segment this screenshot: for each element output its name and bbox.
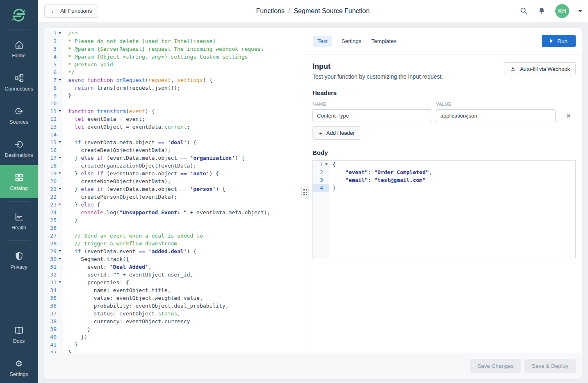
- sidebar-item-label: Settings: [9, 372, 28, 377]
- search-icon[interactable]: [520, 7, 528, 15]
- save-changes-button[interactable]: Save Changes: [470, 359, 521, 373]
- save-and-deploy-button[interactable]: Save & Deploy: [524, 359, 576, 373]
- fold-arrow-icon[interactable]: [59, 110, 61, 112]
- code-line[interactable]: }: [68, 341, 305, 349]
- fold-arrow-icon[interactable]: [59, 281, 61, 283]
- code-line[interactable]: }: [68, 349, 305, 353]
- code-line[interactable]: }: [68, 92, 305, 100]
- add-header-label: Add Header: [326, 130, 355, 136]
- code-line[interactable]: } else if (eventData.meta.object == 'org…: [68, 154, 305, 162]
- fold-arrow-icon[interactable]: [325, 163, 328, 165]
- code-line[interactable]: let eventObject = eventData.current;: [68, 123, 305, 131]
- fold-arrow-icon[interactable]: [59, 32, 61, 34]
- code-line[interactable]: "email": "test@gmail.com": [333, 176, 575, 184]
- body-json-editor[interactable]: 1234{ "event": "Order Completed", "email…: [312, 160, 576, 258]
- fold-arrow-icon[interactable]: [59, 157, 61, 159]
- sidebar-item-health[interactable]: Health: [0, 204, 38, 238]
- notifications-bell-icon[interactable]: [537, 7, 546, 16]
- code-line[interactable]: function transform(event) {: [68, 107, 305, 115]
- tab-templates[interactable]: Templates: [371, 36, 397, 47]
- sidebar-divider: [7, 240, 30, 241]
- code-line[interactable]: * @param {ServerRequest} request The inc…: [68, 45, 305, 53]
- code-line[interactable]: [68, 224, 305, 232]
- add-header-button[interactable]: + Add Header: [312, 126, 361, 140]
- account-menu-caret-icon[interactable]: [578, 10, 582, 12]
- code-line[interactable]: Segment.track({: [68, 255, 305, 263]
- code-line[interactable]: if (eventData.meta.object == 'deal') {: [68, 138, 305, 146]
- editor-code-area[interactable]: { "event": "Order Completed", "email": "…: [329, 161, 575, 258]
- code-line[interactable]: async function onRequest(request, settin…: [68, 76, 305, 84]
- code-line[interactable]: * Please do not delete [used for Intelli…: [68, 37, 305, 45]
- sidebar-item-sources[interactable]: Sources: [0, 99, 38, 132]
- code-line[interactable]: * @return void: [68, 61, 305, 68]
- tab-test[interactable]: Test: [313, 36, 332, 47]
- sidebar: HomeConnectionsSourcesDestinationsCatalo…: [0, 0, 38, 383]
- all-functions-back-button[interactable]: ← All Functions: [44, 4, 98, 18]
- sidebar-item-destinations[interactable]: Destinations: [0, 132, 38, 165]
- fold-arrow-icon[interactable]: [59, 79, 61, 81]
- breadcrumb-functions[interactable]: Functions: [256, 7, 285, 15]
- code-line[interactable]: currency: eventObject.currency: [68, 317, 305, 325]
- panel-resize-handle[interactable]: [301, 186, 309, 198]
- code-line[interactable]: probability: eventObject.deal_probabilit…: [68, 302, 305, 310]
- line-number: 1: [44, 29, 63, 37]
- code-line[interactable]: }: [68, 216, 305, 224]
- segment-logo-icon[interactable]: [0, 0, 38, 26]
- code-line[interactable]: createOrganizationObject(eventData);: [68, 162, 305, 170]
- header-name-input[interactable]: [312, 109, 432, 122]
- fold-arrow-icon[interactable]: [59, 204, 61, 205]
- code-line[interactable]: /**: [68, 29, 305, 37]
- code-line[interactable]: createDealObject(eventData);: [68, 146, 305, 154]
- code-line[interactable]: }): [68, 333, 305, 341]
- code-line[interactable]: // Send an event when a deal is added to: [68, 232, 305, 240]
- code-line[interactable]: return transform(request.json());: [68, 84, 305, 92]
- code-line[interactable]: * @param {Object.<string, any>} settings…: [68, 53, 305, 61]
- code-line[interactable]: } else if (eventData.meta.object == 'per…: [68, 185, 305, 193]
- autofill-via-webhook-button[interactable]: Auto-fill via Webhook: [504, 62, 576, 75]
- tab-settings[interactable]: Settings: [342, 36, 362, 47]
- code-line[interactable]: if (eventData.event == 'added.deal') {: [68, 247, 305, 255]
- top-bar-actions: KH: [520, 4, 582, 18]
- health-icon: [14, 211, 24, 222]
- code-line[interactable]: } else {: [68, 201, 305, 208]
- code-line[interactable]: name: eventObject.title,: [68, 286, 305, 294]
- code-line[interactable]: properties: {: [68, 279, 305, 286]
- code-line[interactable]: [68, 131, 305, 138]
- code-line[interactable]: */: [68, 68, 305, 76]
- user-avatar[interactable]: KH: [555, 4, 569, 18]
- fold-arrow-icon[interactable]: [59, 250, 61, 252]
- code-line[interactable]: }: [333, 184, 575, 192]
- sidebar-item-catalog[interactable]: Catalog: [0, 165, 38, 198]
- remove-header-icon[interactable]: ×: [566, 112, 571, 120]
- code-line[interactable]: "event": "Order Completed",: [333, 168, 575, 176]
- autofill-button-label: Auto-fill via Webhook: [520, 66, 570, 72]
- editor-code-area[interactable]: /*** Please do not delete [used for Inte…: [63, 29, 305, 353]
- line-number: 41: [44, 341, 63, 349]
- code-line[interactable]: [68, 100, 305, 107]
- fold-arrow-icon[interactable]: [59, 172, 61, 174]
- header-value-input[interactable]: [436, 109, 556, 122]
- sidebar-item-connections[interactable]: Connections: [0, 66, 38, 99]
- fold-arrow-icon[interactable]: [59, 258, 61, 260]
- fold-arrow-icon[interactable]: [59, 141, 61, 143]
- sidebar-item-docs[interactable]: Docs: [0, 318, 38, 351]
- sidebar-item-settings[interactable]: ⚙Settings: [0, 351, 38, 383]
- code-line[interactable]: status: eventObject.status,: [68, 310, 305, 317]
- sidebar-item-privacy[interactable]: Privacy: [0, 244, 38, 277]
- code-line[interactable]: } else if (eventData.meta.object == 'not…: [68, 170, 305, 177]
- code-editor[interactable]: 1234567891011121314151617181920212223242…: [44, 28, 305, 353]
- code-line[interactable]: console.log("Unsupported Event: " + even…: [68, 208, 305, 216]
- code-line[interactable]: // trigger a workflow downstream: [68, 240, 305, 247]
- code-line[interactable]: {: [333, 161, 575, 168]
- code-line[interactable]: }: [68, 325, 305, 333]
- sidebar-item-home[interactable]: Home: [0, 32, 38, 66]
- code-line[interactable]: event: 'Deal Added',: [68, 263, 305, 271]
- code-line[interactable]: let eventData = event;: [68, 115, 305, 123]
- run-button[interactable]: Run: [542, 35, 576, 47]
- fold-arrow-icon[interactable]: [59, 188, 61, 190]
- code-line[interactable]: createNoteObject(eventData);: [68, 177, 305, 185]
- code-line[interactable]: value: eventObject.weighted_value,: [68, 294, 305, 302]
- code-line[interactable]: userId: "" + eventObject.user_id,: [68, 271, 305, 279]
- line-number: 5: [44, 61, 63, 68]
- code-line[interactable]: createPersonObject(eventData);: [68, 193, 305, 201]
